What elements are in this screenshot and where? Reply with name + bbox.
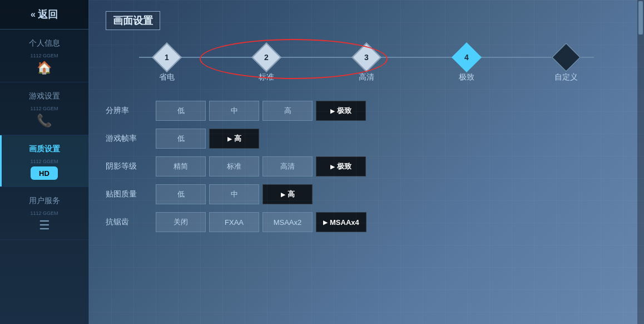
preset-item-5[interactable]: 自定义 xyxy=(516,47,616,82)
preset-diamond-3: 3 xyxy=(351,42,382,72)
active-indicator xyxy=(0,135,2,186)
antialias-fxaa-btn[interactable]: FXAA xyxy=(209,212,259,232)
antialias-options: 关闭 FXAA MSAAx2 ▶ MSAAx4 xyxy=(156,212,627,232)
sidebar-item-personal-meta: 1112 GGEM xyxy=(30,53,58,58)
resolution-low-btn[interactable]: 低 xyxy=(156,101,206,121)
sidebar-item-user-service[interactable]: 用户服务 1112 GGEM ☰ xyxy=(0,187,88,240)
shadow-ultra-btn[interactable]: ▶ 极致 xyxy=(316,156,366,176)
preset-item-1[interactable]: 1 省电 xyxy=(117,47,217,82)
game-icon: 📞 xyxy=(37,114,52,128)
sidebar-item-graphics-meta: 1112 GGEM xyxy=(30,159,58,164)
shadow-hd-btn[interactable]: 高清 xyxy=(262,156,313,176)
back-arrows-icon: « xyxy=(31,9,36,19)
sidebar-item-game-settings[interactable]: 游戏设置 1112 GGEM 📞 xyxy=(0,82,88,135)
framerate-options: 低 ▶ 高 xyxy=(156,129,627,149)
graphics-icon-bg: HD xyxy=(31,166,58,180)
preset-item-4[interactable]: 4 极致 xyxy=(417,47,517,82)
texture-low-btn[interactable]: 低 xyxy=(156,184,206,204)
texture-high-label: 高 xyxy=(288,189,295,199)
resolution-high-btn[interactable]: 高 xyxy=(262,101,313,121)
framerate-high-label: 高 xyxy=(234,134,241,144)
sidebar-item-graphics-label: 画质设置 xyxy=(29,144,60,154)
back-button[interactable]: « 返回 xyxy=(0,0,88,30)
settings-row-shadow: 阴影等级 精简 标准 高清 ▶ 极致 xyxy=(106,155,627,178)
framerate-label: 游戏帧率 xyxy=(106,134,156,144)
preset-num-3: 3 xyxy=(364,53,369,62)
texture-mid-btn[interactable]: 中 xyxy=(209,184,259,204)
settings-row-antialias: 抗锯齿 关闭 FXAA MSAAx2 ▶ MSAAx4 xyxy=(106,210,627,234)
preset-num-2: 2 xyxy=(264,53,269,62)
framerate-high-btn[interactable]: ▶ 高 xyxy=(209,129,259,149)
preset-item-3[interactable]: 3 高清 xyxy=(316,47,417,82)
shadow-options: 精简 标准 高清 ▶ 极致 xyxy=(156,156,627,176)
app-container: « 返回 个人信息 1112 GGEM 🏠 游戏设置 1112 GGEM 📞 画… xyxy=(0,0,644,324)
preset-diamond-1: 1 xyxy=(152,42,182,72)
section-title: 画面设置 xyxy=(106,11,160,30)
preset-item-2[interactable]: 2 标准 xyxy=(217,47,317,82)
sidebar-item-personal-label: 个人信息 xyxy=(29,38,60,48)
back-label: 返回 xyxy=(38,8,58,21)
settings-row-texture: 贴图质量 低 中 ▶ 高 xyxy=(106,183,627,206)
sidebar-item-user-meta: 1112 GGEM xyxy=(30,210,58,216)
play-icon: ▶ xyxy=(330,108,335,114)
texture-options: 低 中 ▶ 高 xyxy=(156,184,627,204)
texture-high-btn[interactable]: ▶ 高 xyxy=(262,184,313,204)
preset-num-1: 1 xyxy=(165,53,169,62)
resolution-mid-btn[interactable]: 中 xyxy=(209,101,259,121)
sidebar-item-game-meta: 1112 GGEM xyxy=(30,106,58,111)
texture-label: 贴图质量 xyxy=(106,189,156,199)
sidebar-item-user-label: 用户服务 xyxy=(29,196,60,206)
settings-row-resolution: 分辨率 低 中 高 ▶ 极致 xyxy=(106,99,627,122)
user-service-icon: ☰ xyxy=(39,218,50,233)
preset-diamond-2: 2 xyxy=(252,42,282,72)
preset-label-4: 极致 xyxy=(459,72,474,82)
scrollbar[interactable] xyxy=(637,0,644,324)
play-icon-2: ▶ xyxy=(227,136,232,142)
preset-num-4: 4 xyxy=(464,53,469,62)
settings-table: 分辨率 低 中 高 ▶ 极致 游戏帧率 低 ▶ xyxy=(106,99,627,234)
antialias-off-btn[interactable]: 关闭 xyxy=(156,212,206,232)
sidebar: « 返回 个人信息 1112 GGEM 🏠 游戏设置 1112 GGEM 📞 画… xyxy=(0,0,89,324)
framerate-low-btn[interactable]: 低 xyxy=(156,129,206,149)
shadow-label: 阴影等级 xyxy=(106,161,156,171)
graphics-icon: HD xyxy=(35,168,53,179)
shadow-ultra-label: 极致 xyxy=(337,161,351,171)
resolution-ultra-label: 极致 xyxy=(337,106,351,116)
resolution-label: 分辨率 xyxy=(106,106,156,116)
preset-diamond-4: 4 xyxy=(452,42,482,72)
antialias-msaa4-btn[interactable]: ▶ MSAAx4 xyxy=(316,212,366,232)
antialias-msaa2-btn[interactable]: MSAAx2 xyxy=(262,212,313,232)
preset-label-3: 高清 xyxy=(359,72,374,82)
preset-label-2: 标准 xyxy=(259,72,274,82)
personal-icon: 🏠 xyxy=(37,61,52,75)
antialias-msaa4-label: MSAAx4 xyxy=(330,218,359,227)
sidebar-item-personal[interactable]: 个人信息 1112 GGEM 🏠 xyxy=(0,30,88,82)
main-content: 画面设置 1 省电 2 标准 3 xyxy=(89,0,644,324)
resolution-ultra-btn[interactable]: ▶ 极致 xyxy=(316,101,366,121)
settings-row-framerate: 游戏帧率 低 ▶ 高 xyxy=(106,127,627,150)
play-icon-4: ▶ xyxy=(281,192,285,198)
resolution-options: 低 中 高 ▶ 极致 xyxy=(156,101,627,121)
preset-label-1: 省电 xyxy=(159,72,175,82)
shadow-simple-btn[interactable]: 精简 xyxy=(156,156,206,176)
preset-label-5: 自定义 xyxy=(554,72,578,82)
sidebar-item-game-label: 游戏设置 xyxy=(29,91,60,101)
scrollbar-thumb xyxy=(638,1,643,35)
preset-diamond-5 xyxy=(551,42,581,72)
antialias-label: 抗锯齿 xyxy=(106,217,156,227)
sidebar-item-graphics[interactable]: 画质设置 1112 GGEM HD xyxy=(0,135,88,187)
presets-row: 1 省电 2 标准 3 高清 4 xyxy=(106,41,627,82)
shadow-standard-btn[interactable]: 标准 xyxy=(209,156,259,176)
play-icon-3: ▶ xyxy=(330,164,335,170)
play-icon-5: ▶ xyxy=(323,219,328,225)
